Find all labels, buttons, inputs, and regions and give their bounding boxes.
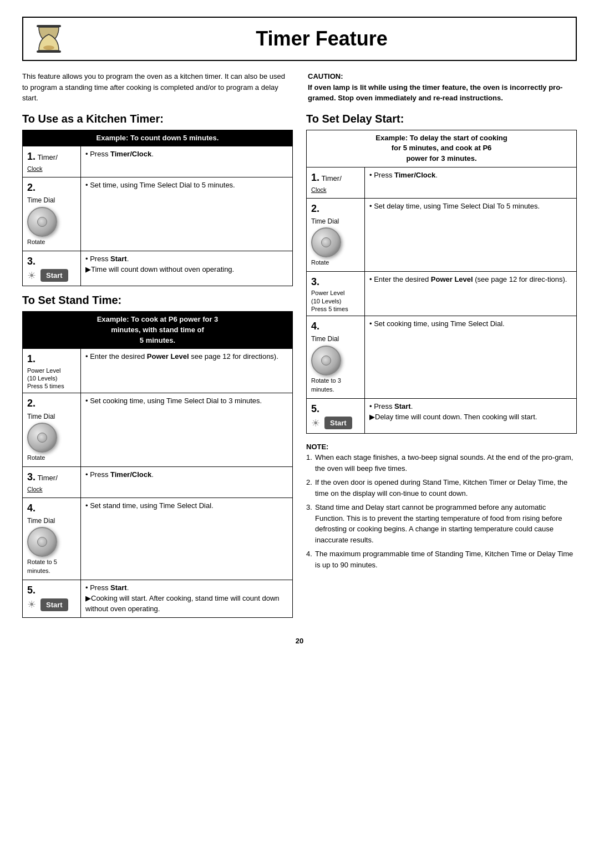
ds-step-1-action: • Press Timer/Clock. bbox=[365, 167, 577, 199]
start-container: ☀ Start bbox=[311, 416, 360, 430]
dial-container: Time Dial Rotate bbox=[27, 196, 76, 246]
power-level-cell: Power Level(10 Levels)Press 5 times bbox=[311, 289, 360, 313]
st-step-5-action: • Press Start. ▶Cooking will start. Afte… bbox=[81, 580, 293, 618]
table-row: 5. ☀ Start • Press Start. ▶Cooking will … bbox=[23, 580, 293, 618]
start-button[interactable]: Start bbox=[40, 269, 68, 282]
table-row: 3. Timer/Clock • Press Timer/Clock. bbox=[23, 466, 293, 498]
dial-container: Time Dial Rotate bbox=[311, 217, 360, 267]
step-2-left: 2. Time Dial Rotate bbox=[23, 177, 81, 251]
table-row: 2. Time Dial Rotate • Set delay time, us… bbox=[307, 198, 577, 271]
step-3-left: 3. ☀ Start bbox=[23, 251, 81, 286]
ds-step-3-action: • Enter the desired Power Level (see pag… bbox=[365, 272, 577, 316]
step-num: 4. bbox=[27, 502, 35, 514]
dial bbox=[27, 423, 57, 453]
time-dial-label: Time Dial bbox=[311, 334, 339, 344]
st-step-4-action: • Set stand time, using Time Select Dial… bbox=[81, 498, 293, 580]
st-step-3-action: • Press Timer/Clock. bbox=[81, 466, 293, 498]
ds-step-3-left: 3. Power Level(10 Levels)Press 5 times bbox=[307, 272, 365, 316]
step-num: 3. bbox=[311, 276, 319, 287]
st-step-1-action: • Enter the desired Power Level see page… bbox=[81, 349, 293, 393]
dial-inner bbox=[37, 433, 47, 443]
dial-inner bbox=[321, 237, 331, 247]
sun-icon: ☀ bbox=[311, 416, 320, 430]
note-label: NOTE: bbox=[306, 443, 328, 451]
table-row: 4. Time Dial Rotate to 5 minutes. • Set … bbox=[23, 498, 293, 580]
table-row: 2. Time Dial Rotate • Set time, using Ti… bbox=[23, 177, 293, 251]
step-2-action: • Set time, using Time Select Dial to 5 … bbox=[81, 177, 293, 251]
step-num: 4. bbox=[311, 321, 319, 332]
note-item-3: Stand time and Delay start cannot be pro… bbox=[306, 502, 577, 545]
right-column: To Set Delay Start: Example: To delay th… bbox=[306, 113, 577, 626]
left-column: To Use as a Kitchen Timer: Example: To c… bbox=[22, 113, 293, 626]
table-row: 4. Time Dial Rotate to 3 minutes. • Set … bbox=[307, 316, 577, 398]
stand-time-example: Example: To cook at P6 power for 3minute… bbox=[23, 311, 293, 349]
table-row: 1. Timer/Clock • Press Timer/Clock. bbox=[23, 146, 293, 177]
table-row: 3. ☀ Start • Press Start. ▶Time will cou… bbox=[23, 251, 293, 286]
time-dial-label: Time Dial bbox=[311, 217, 339, 226]
ds-step-5-action: • Press Start. ▶Delay time will count do… bbox=[365, 398, 577, 433]
note-item-4: The maximum programmable time of Standin… bbox=[306, 549, 577, 570]
page-number: 20 bbox=[22, 637, 577, 645]
table-row: 5. ☀ Start • Press Start. ▶Delay time wi… bbox=[307, 398, 577, 433]
ds-step-1-left: 1. Timer/Clock bbox=[307, 167, 365, 199]
step-num: 3. bbox=[27, 256, 35, 267]
intro-section: This feature allows you to program the o… bbox=[22, 71, 577, 104]
page-header: Timer Feature bbox=[22, 17, 577, 61]
sun-icon: ☀ bbox=[27, 268, 36, 283]
ds-step-2-action: • Set delay time, using Time Select Dial… bbox=[365, 198, 577, 271]
kitchen-timer-heading: To Use as a Kitchen Timer: bbox=[22, 113, 293, 125]
step-num: 5. bbox=[27, 585, 35, 596]
dial-inner bbox=[37, 217, 47, 227]
time-dial-label: Time Dial bbox=[27, 412, 55, 422]
step-num: 3. bbox=[27, 471, 35, 483]
delay-start-table: Example: To delay the start of cookingfo… bbox=[306, 130, 577, 434]
rotate-label: Rotate bbox=[27, 238, 45, 247]
step-num: 5. bbox=[311, 403, 319, 414]
kitchen-timer-table: Example: To count down 5 minutes. 1. Tim… bbox=[22, 130, 293, 286]
stand-time-table: Example: To cook at P6 power for 3minute… bbox=[22, 311, 293, 618]
st-step-2-left: 2. Time Dial Rotate bbox=[23, 393, 81, 466]
table-row: 1. Timer/Clock • Press Timer/Clock. bbox=[307, 167, 577, 199]
step-num: 2. bbox=[27, 182, 35, 193]
step-num: 2. bbox=[27, 398, 35, 409]
dial bbox=[311, 227, 341, 257]
st-step-3-left: 3. Timer/Clock bbox=[23, 466, 81, 498]
page-title: Timer Feature bbox=[77, 27, 567, 50]
dial-inner bbox=[37, 537, 47, 547]
ds-step-4-left: 4. Time Dial Rotate to 3 minutes. bbox=[307, 316, 365, 398]
step-3-action: • Press Start. ▶Time will count down wit… bbox=[81, 251, 293, 286]
dial bbox=[27, 207, 57, 237]
step-num: 1. bbox=[27, 151, 35, 162]
note-section: NOTE: When each stage finishes, a two-be… bbox=[306, 441, 577, 571]
step-1-left: 1. Timer/Clock bbox=[23, 146, 81, 177]
caution-section: CAUTION: If oven lamp is lit while using… bbox=[308, 71, 577, 104]
kitchen-timer-example: Example: To count down 5 minutes. bbox=[23, 130, 293, 146]
step-num: 1. bbox=[27, 353, 35, 364]
st-step-1-left: 1. Power Level(10 Levels)Press 5 times bbox=[23, 349, 81, 393]
rotate-label: Rotate bbox=[311, 258, 329, 267]
note-item-1: When each stage finishes, a two-beep sig… bbox=[306, 452, 577, 474]
ds-step-4-action: • Set cooking time, using Time Select Di… bbox=[365, 316, 577, 398]
rotate-label: Rotate bbox=[27, 454, 45, 463]
table-row: 2. Time Dial Rotate • Set cooking time, … bbox=[23, 393, 293, 466]
step-num: 1. bbox=[311, 172, 319, 183]
intro-text: This feature allows you to program the o… bbox=[22, 71, 291, 104]
dial-inner bbox=[321, 356, 331, 366]
time-dial-label: Time Dial bbox=[27, 516, 55, 526]
step-1-action: • Press Timer/Clock. bbox=[81, 146, 293, 177]
note-list: When each stage finishes, a two-beep sig… bbox=[306, 452, 577, 570]
ds-step-5-left: 5. ☀ Start bbox=[307, 398, 365, 433]
time-dial-label: Time Dial bbox=[27, 196, 55, 205]
power-level-cell: Power Level(10 Levels)Press 5 times bbox=[27, 367, 76, 390]
st-step-5-left: 5. ☀ Start bbox=[23, 580, 81, 618]
caution-text: If oven lamp is lit while using the time… bbox=[308, 83, 562, 103]
ds-step-2-left: 2. Time Dial Rotate bbox=[307, 198, 365, 271]
dial bbox=[27, 527, 57, 557]
start-button[interactable]: Start bbox=[40, 598, 68, 611]
main-content: To Use as a Kitchen Timer: Example: To c… bbox=[22, 113, 577, 626]
rotate-to-label: Rotate to 3 minutes. bbox=[311, 377, 360, 394]
delay-start-heading: To Set Delay Start: bbox=[306, 113, 577, 125]
st-step-2-action: • Set cooking time, using Time Select Di… bbox=[81, 393, 293, 466]
start-button[interactable]: Start bbox=[324, 417, 352, 429]
dial-container: Time Dial Rotate bbox=[27, 412, 76, 463]
